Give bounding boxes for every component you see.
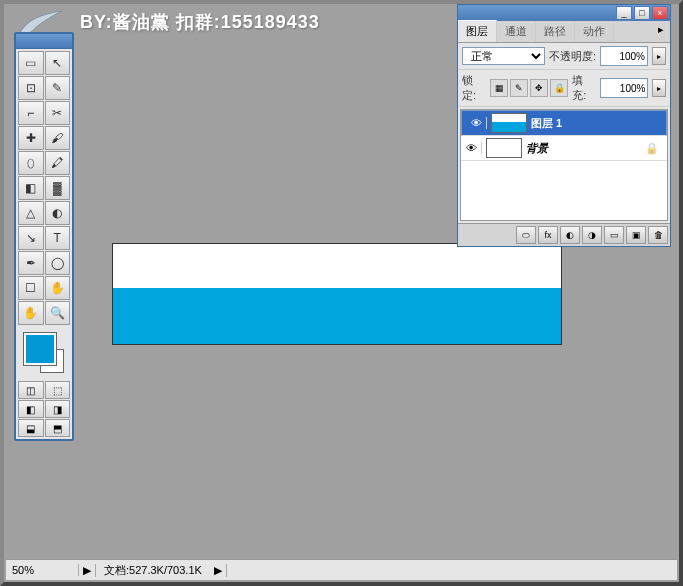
marquee-tool[interactable]: ▭ <box>18 51 44 75</box>
tab-paths[interactable]: 路径 <box>536 21 575 42</box>
new-group-button[interactable]: ▭ <box>604 226 624 244</box>
fill-label: 填充: <box>572 73 596 103</box>
jump-to-button[interactable]: ⬒ <box>45 419 71 437</box>
eyedropper-tool[interactable]: ✋ <box>45 276 71 300</box>
toolbox-panel: ▭ ↖ ⊡ ✎ ⌐ ✂ ✚ 🖌 ⬯ 🖍 ◧ ▓ △ ◐ ↘ T ✒ ◯ ☐ ✋ … <box>14 32 74 441</box>
lock-indicator-icon: 🔒 <box>645 142 659 155</box>
document-info[interactable]: 文档:527.3K/703.1K <box>96 563 210 578</box>
fill-input[interactable] <box>600 78 648 98</box>
tab-layers[interactable]: 图层 <box>458 20 497 42</box>
notes-tool[interactable]: ☐ <box>18 276 44 300</box>
panel-tabs: 图层 通道 路径 动作 ▸ <box>458 21 670 43</box>
pen-tool[interactable]: ✒ <box>18 251 44 275</box>
stamp-tool[interactable]: ⬯ <box>18 151 44 175</box>
attribution-text: BY:酱油黨 扣群:155189433 <box>80 10 320 34</box>
adjustment-layer-button[interactable]: ◑ <box>582 226 602 244</box>
shape-tool[interactable]: ◯ <box>45 251 71 275</box>
layers-panel: _ □ × 图层 通道 路径 动作 ▸ 正常 不透明度: ▸ 锁定: ▦ ✎ ✥… <box>457 4 671 247</box>
type-tool[interactable]: T <box>45 226 71 250</box>
layer-mask-button[interactable]: ◐ <box>560 226 580 244</box>
layer-row[interactable]: 👁 图层 1 <box>461 110 667 136</box>
screen-mode-3-button[interactable]: ⬓ <box>18 419 44 437</box>
document-canvas[interactable] <box>112 243 562 345</box>
delete-layer-button[interactable]: 🗑 <box>648 226 668 244</box>
foreground-color-swatch[interactable] <box>24 333 56 365</box>
heal-tool[interactable]: ✚ <box>18 126 44 150</box>
minimize-button[interactable]: _ <box>616 6 632 20</box>
zoom-level[interactable]: 50% <box>6 564 79 576</box>
opacity-label: 不透明度: <box>549 49 596 64</box>
tab-channels[interactable]: 通道 <box>497 21 536 42</box>
blue-rectangle-shape <box>113 288 561 344</box>
layer-name[interactable]: 图层 1 <box>531 116 562 131</box>
visibility-icon[interactable]: 👁 <box>461 142 482 154</box>
wand-tool[interactable]: ✎ <box>45 76 71 100</box>
new-layer-button[interactable]: ▣ <box>626 226 646 244</box>
opacity-input[interactable] <box>600 46 648 66</box>
standard-mode-button[interactable]: ◫ <box>18 381 44 399</box>
lasso-tool[interactable]: ⊡ <box>18 76 44 100</box>
toolbox-titlebar[interactable] <box>16 34 72 49</box>
eraser-tool[interactable]: ◧ <box>18 176 44 200</box>
visibility-icon[interactable]: 👁 <box>466 117 487 129</box>
panel-menu-arrow[interactable]: ▸ <box>652 21 670 42</box>
crop-tool[interactable]: ⌐ <box>18 101 44 125</box>
slice-tool[interactable]: ✂ <box>45 101 71 125</box>
fill-arrow[interactable]: ▸ <box>652 79 666 97</box>
screen-mode-1-button[interactable]: ◧ <box>18 400 44 418</box>
dodge-tool[interactable]: ◐ <box>45 201 71 225</box>
lock-label: 锁定: <box>462 73 486 103</box>
layer-name[interactable]: 背景 <box>526 141 548 156</box>
docinfo-menu-arrow[interactable]: ▶ <box>210 564 227 577</box>
link-layers-button[interactable]: ⬭ <box>516 226 536 244</box>
layer-style-button[interactable]: fx <box>538 226 558 244</box>
screen-mode-2-button[interactable]: ◨ <box>45 400 71 418</box>
history-brush-tool[interactable]: 🖍 <box>45 151 71 175</box>
color-swatches[interactable] <box>24 333 64 373</box>
quickmask-mode-button[interactable]: ⬚ <box>45 381 71 399</box>
lock-transparent-icon[interactable]: ▦ <box>490 79 508 97</box>
path-select-tool[interactable]: ↘ <box>18 226 44 250</box>
layer-thumbnail[interactable] <box>486 138 522 158</box>
lock-image-icon[interactable]: ✎ <box>510 79 528 97</box>
tab-actions[interactable]: 动作 <box>575 21 614 42</box>
panel-titlebar[interactable]: _ □ × <box>458 5 670 21</box>
panel-bottom-bar: ⬭ fx ◐ ◑ ▭ ▣ 🗑 <box>458 223 670 246</box>
zoom-tool[interactable]: 🔍 <box>45 301 71 325</box>
status-bar: 50% ▶ 文档:527.3K/703.1K ▶ <box>6 559 677 580</box>
layer-list: 👁 图层 1 👁 背景 🔒 <box>460 109 668 221</box>
move-tool[interactable]: ↖ <box>45 51 71 75</box>
zoom-menu-arrow[interactable]: ▶ <box>79 564 96 577</box>
blend-mode-select[interactable]: 正常 <box>462 47 545 65</box>
layer-thumbnail[interactable] <box>491 113 527 133</box>
hand-tool[interactable]: ✋ <box>18 301 44 325</box>
blur-tool[interactable]: △ <box>18 201 44 225</box>
maximize-button[interactable]: □ <box>634 6 650 20</box>
gradient-tool[interactable]: ▓ <box>45 176 71 200</box>
lock-position-icon[interactable]: ✥ <box>530 79 548 97</box>
close-button[interactable]: × <box>652 6 668 20</box>
lock-all-icon[interactable]: 🔒 <box>550 79 568 97</box>
brush-tool[interactable]: 🖌 <box>45 126 71 150</box>
layer-row[interactable]: 👁 背景 🔒 <box>461 136 667 161</box>
opacity-arrow[interactable]: ▸ <box>652 47 666 65</box>
